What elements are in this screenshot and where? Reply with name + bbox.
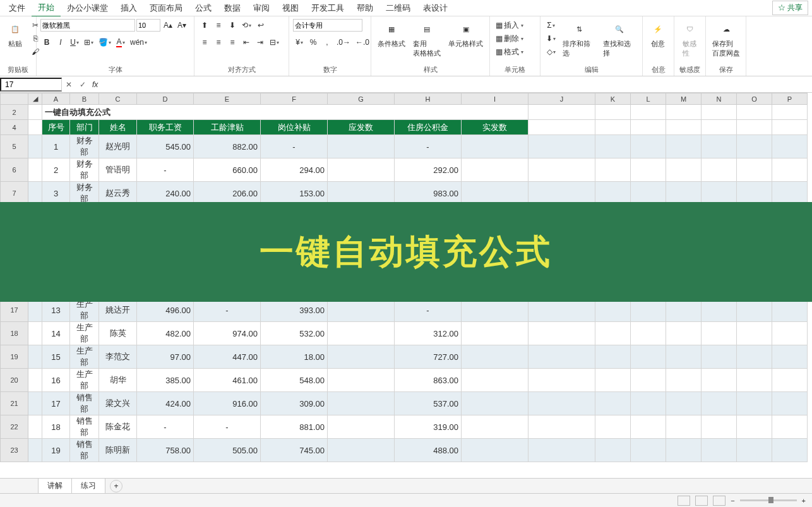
table-cell[interactable] [462, 322, 528, 345]
table-cell[interactable]: 745.00 [261, 439, 328, 462]
table-cell[interactable]: - [395, 299, 462, 322]
row-header-4[interactable]: 4 [1, 120, 28, 135]
align-top-button[interactable]: ⬆ [198, 19, 211, 32]
table-header[interactable]: 部门 [70, 120, 99, 135]
title-cell[interactable]: 一键自动填充公式 [42, 105, 528, 120]
table-header[interactable]: 职务工资 [137, 120, 194, 135]
paste-button[interactable]: 📋 粘贴 [4, 19, 27, 50]
font-color-button[interactable]: A▾ [114, 36, 127, 49]
tab-页面布局[interactable]: 页面布局 [143, 0, 189, 16]
table-cell[interactable]: 财务部 [70, 182, 99, 205]
table-cell[interactable]: 陈明新 [99, 439, 137, 462]
table-cell[interactable] [328, 439, 395, 462]
table-cell[interactable] [462, 369, 528, 392]
table-cell[interactable]: 482.00 [137, 322, 194, 345]
table-cell[interactable]: 881.00 [261, 415, 328, 439]
row-header-21[interactable]: 21 [1, 392, 28, 415]
delete-cells-button[interactable]: ▦ 删除 ▾ [494, 32, 525, 45]
table-header[interactable]: 序号 [42, 120, 70, 135]
indent-decrease-button[interactable]: ⇤ [240, 36, 253, 49]
save-cloud-button[interactable]: ☁保存到 百度网盘 [710, 19, 743, 59]
comma-button[interactable]: , [321, 36, 333, 49]
col-header-H[interactable]: H [395, 93, 462, 105]
insert-cells-button[interactable]: ▦ 插入 ▾ [494, 19, 525, 32]
zoom-in-button[interactable]: + [802, 497, 806, 504]
row-header-17[interactable]: 17 [1, 299, 28, 322]
table-cell[interactable]: 537.00 [395, 392, 462, 415]
add-sheet-button[interactable]: + [110, 480, 122, 492]
row-header-6[interactable]: 6 [1, 158, 28, 182]
table-cell[interactable]: 863.00 [395, 369, 462, 392]
table-cell[interactable] [328, 345, 395, 369]
table-cell[interactable]: 19 [42, 439, 70, 462]
table-cell[interactable] [328, 322, 395, 345]
align-bottom-button[interactable]: ⬇ [226, 19, 239, 32]
table-cell[interactable]: - [395, 135, 462, 158]
percent-button[interactable]: % [307, 36, 319, 49]
table-cell[interactable]: 生产部 [70, 369, 99, 392]
increase-font-button[interactable]: A▴ [162, 19, 174, 32]
table-cell[interactable]: 销售部 [70, 392, 99, 415]
table-cell[interactable]: 17 [42, 392, 70, 415]
table-cell[interactable] [328, 158, 395, 182]
font-name-select[interactable] [40, 19, 135, 32]
zoom-out-button[interactable]: − [731, 497, 734, 504]
table-cell[interactable]: 461.00 [194, 369, 261, 392]
table-cell[interactable] [462, 158, 528, 182]
table-cell[interactable] [328, 415, 395, 439]
table-cell[interactable] [328, 182, 395, 205]
table-header[interactable]: 姓名 [99, 120, 137, 135]
align-left-button[interactable]: ≡ [198, 36, 211, 49]
table-cell[interactable]: 974.00 [194, 322, 261, 345]
table-cell[interactable]: 财务部 [70, 158, 99, 182]
col-header-A[interactable]: A [42, 93, 70, 105]
table-cell[interactable]: 陈英 [99, 322, 137, 345]
col-header-G[interactable]: G [328, 93, 395, 105]
table-cell[interactable]: 153.00 [261, 182, 328, 205]
table-cell[interactable] [328, 135, 395, 158]
table-cell[interactable] [462, 392, 528, 415]
indent-increase-button[interactable]: ⇥ [254, 36, 266, 49]
format-cells-button[interactable]: ▦ 格式 ▾ [494, 45, 525, 58]
col-header-D[interactable]: D [137, 93, 194, 105]
table-cell[interactable]: 生产部 [70, 299, 99, 322]
table-cell[interactable]: 14 [42, 322, 70, 345]
formula-input[interactable] [100, 79, 812, 90]
decrease-font-button[interactable]: A▾ [176, 19, 188, 32]
table-header[interactable]: 工龄津贴 [194, 120, 261, 135]
table-cell[interactable]: 447.00 [194, 345, 261, 369]
orientation-button[interactable]: ⟲▾ [240, 19, 253, 32]
tab-帮助[interactable]: 帮助 [350, 0, 379, 16]
sheet-tab-练习[interactable]: 练习 [71, 478, 105, 494]
fill-button[interactable]: ⬇▾ [544, 32, 558, 45]
confirm-formula-button[interactable]: ✓ [76, 79, 90, 90]
table-cell[interactable]: 姚达开 [99, 299, 137, 322]
page-break-view-button[interactable] [713, 496, 725, 506]
table-cell[interactable]: 18.00 [261, 345, 328, 369]
tab-开发工具[interactable]: 开发工具 [305, 0, 350, 16]
table-cell[interactable]: 16 [42, 369, 70, 392]
conditional-format-button[interactable]: ▦条件格式 [375, 19, 408, 50]
table-cell[interactable]: 505.00 [194, 439, 261, 462]
row-header-2[interactable]: 2 [1, 105, 28, 120]
table-cell[interactable]: 319.00 [395, 415, 462, 439]
table-cell[interactable]: 97.00 [137, 345, 194, 369]
table-cell[interactable]: 916.00 [194, 392, 261, 415]
table-cell[interactable]: 660.00 [194, 158, 261, 182]
table-cell[interactable]: 李范文 [99, 345, 137, 369]
italic-button[interactable]: I [54, 36, 67, 49]
col-header-B[interactable]: B [70, 93, 99, 105]
autosum-button[interactable]: Σ▾ [544, 19, 558, 32]
table-cell[interactable]: 488.00 [395, 439, 462, 462]
merge-button[interactable]: ⊟▾ [268, 36, 281, 49]
table-cell[interactable]: - [194, 415, 261, 439]
table-cell[interactable]: 生产部 [70, 322, 99, 345]
cancel-formula-button[interactable]: ✕ [62, 79, 76, 90]
col-header-F[interactable]: F [261, 93, 328, 105]
table-cell[interactable]: 销售部 [70, 415, 99, 439]
phonetic-button[interactable]: wén▾ [128, 36, 149, 49]
row-header-22[interactable]: 22 [1, 415, 28, 439]
align-center-button[interactable]: ≡ [212, 36, 225, 49]
table-cell[interactable]: 管语明 [99, 158, 137, 182]
col-header-O[interactable]: O [737, 93, 772, 105]
